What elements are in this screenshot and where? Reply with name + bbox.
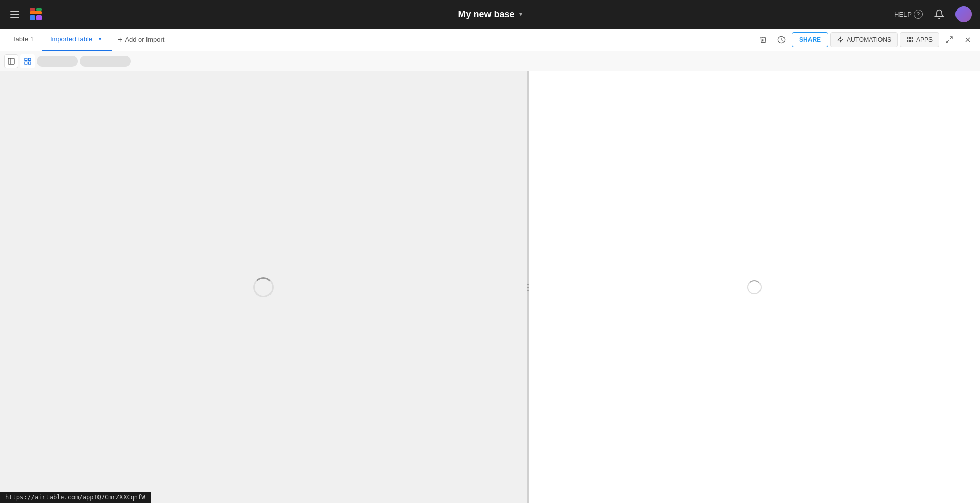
tab-table1-label: Table 1 xyxy=(12,35,34,43)
notifications-button[interactable] xyxy=(931,6,947,22)
hamburger-line-3 xyxy=(10,17,19,18)
svg-marker-6 xyxy=(838,37,843,42)
base-title: My new base xyxy=(458,9,514,20)
svg-rect-20 xyxy=(28,62,31,64)
tab-imported-table[interactable]: Imported table ▾ xyxy=(42,29,112,51)
help-label: HELP xyxy=(894,11,912,18)
top-navbar: My new base ▾ HELP ? xyxy=(0,0,980,29)
user-avatar[interactable] xyxy=(955,6,972,22)
svg-rect-17 xyxy=(24,58,27,61)
tab-bar: Table 1 Imported table ▾ + Add or import… xyxy=(0,29,980,51)
automations-icon xyxy=(837,36,844,43)
automations-button[interactable]: AUTOMATIONS xyxy=(830,32,898,47)
automations-label: AUTOMATIONS xyxy=(847,36,891,43)
logo-svg xyxy=(29,7,43,21)
tab-imported-label: Imported table xyxy=(50,35,92,43)
svg-rect-4 xyxy=(36,8,42,11)
apps-icon xyxy=(906,36,913,43)
svg-rect-18 xyxy=(28,58,31,61)
hamburger-line-1 xyxy=(10,11,19,12)
svg-rect-3 xyxy=(30,8,35,11)
help-button[interactable]: HELP ? xyxy=(894,10,923,19)
expand-icon xyxy=(945,36,953,44)
help-icon: ? xyxy=(914,10,923,19)
skeleton-pill-1 xyxy=(37,56,78,67)
left-panel xyxy=(0,71,527,503)
apps-button[interactable]: APPS xyxy=(900,32,939,47)
svg-rect-7 xyxy=(908,37,910,39)
sidebar-toggle-button[interactable] xyxy=(8,9,21,20)
tab-table1[interactable]: Table 1 xyxy=(4,29,42,51)
expand-button[interactable] xyxy=(941,32,958,48)
status-url: https://airtable.com/appTQ7CmrZXXCqnfW xyxy=(5,494,145,501)
share-button[interactable]: SHARE xyxy=(792,32,828,47)
base-dropdown-icon[interactable]: ▾ xyxy=(519,11,522,18)
main-area xyxy=(0,71,980,503)
svg-line-12 xyxy=(946,40,949,43)
top-nav-right: HELP ? xyxy=(894,6,972,22)
grid-view-button[interactable] xyxy=(20,54,35,68)
svg-rect-1 xyxy=(30,15,35,20)
svg-rect-9 xyxy=(908,40,910,42)
toolbar xyxy=(0,51,980,71)
panel-icon xyxy=(7,57,15,65)
right-panel xyxy=(529,71,980,503)
svg-rect-19 xyxy=(24,62,27,64)
svg-rect-8 xyxy=(911,37,913,39)
add-icon: + xyxy=(118,35,122,44)
hamburger-line-2 xyxy=(10,14,19,15)
tab-bar-right: SHARE AUTOMATIONS APPS xyxy=(755,32,976,48)
tab-imported-dropdown-icon[interactable]: ▾ xyxy=(95,35,104,43)
status-bar: https://airtable.com/appTQ7CmrZXXCqnfW xyxy=(0,492,151,503)
add-or-import-label: Add or import xyxy=(125,36,164,43)
row-sidebar-toggle[interactable] xyxy=(4,54,18,68)
right-loading-spinner xyxy=(747,280,762,294)
history-icon xyxy=(777,36,786,44)
app-logo[interactable] xyxy=(28,6,44,22)
base-title-area: My new base ▾ xyxy=(458,9,522,20)
apps-label: APPS xyxy=(916,36,933,43)
delete-button[interactable] xyxy=(755,32,771,48)
avatar-image xyxy=(955,6,972,22)
svg-rect-0 xyxy=(30,11,42,14)
svg-line-11 xyxy=(950,37,952,39)
grid-icon xyxy=(23,57,32,65)
history-button[interactable] xyxy=(773,32,790,48)
close-button[interactable] xyxy=(960,32,976,48)
left-loading-spinner xyxy=(253,277,274,297)
add-or-import-tab[interactable]: + Add or import xyxy=(112,29,170,51)
svg-rect-15 xyxy=(8,58,14,64)
bell-icon xyxy=(934,9,944,19)
trash-icon xyxy=(759,36,767,44)
svg-rect-10 xyxy=(911,40,913,42)
skeleton-pill-2 xyxy=(80,56,131,67)
svg-rect-2 xyxy=(36,15,42,20)
top-nav-left xyxy=(8,6,44,22)
close-icon xyxy=(964,36,972,44)
